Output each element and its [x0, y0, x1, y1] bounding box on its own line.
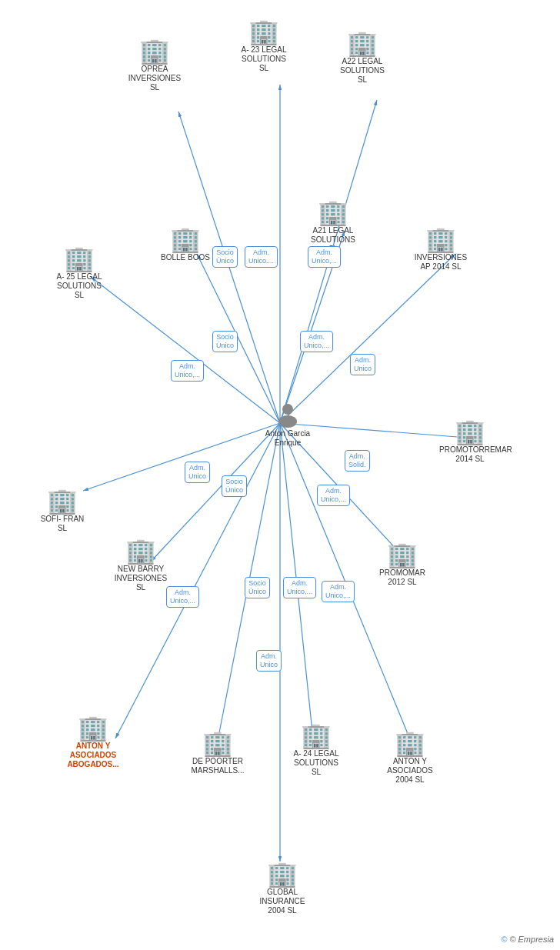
- svg-line-6: [197, 254, 280, 423]
- company-node-sofi_fran[interactable]: 🏢SOFI- FRAN SL: [35, 488, 89, 533]
- role-badge-rb10[interactable]: Socio Único: [222, 475, 247, 497]
- role-badge-rb1[interactable]: Socio Único: [212, 246, 238, 268]
- company-node-oprea[interactable]: 🏢OPREA INVERSIONES SL: [128, 38, 182, 92]
- company-node-new_barry[interactable]: 🏢NEW BARRY INVERSIONES SL: [114, 538, 168, 592]
- building-icon-global_insurance: 🏢: [267, 862, 298, 886]
- company-label-anton_2004: ANTON Y ASOCIADOS 2004 SL: [383, 757, 437, 785]
- company-label-de_poorter: DE POORTER MARSHALLS...: [191, 757, 245, 775]
- company-node-anton_2004[interactable]: 🏢ANTON Y ASOCIADOS 2004 SL: [383, 731, 437, 785]
- company-label-anton_abogados: ANTON Y ASOCIADOS ABOGADOS...: [66, 742, 120, 769]
- role-badge-rb12[interactable]: Socio Único: [245, 577, 270, 598]
- role-badge-rb9[interactable]: Adm. Solid.: [345, 450, 370, 472]
- company-label-a23: A- 23 LEGAL SOLUTIONS SL: [237, 45, 291, 73]
- connections-svg: [0, 0, 560, 950]
- person-icon: [274, 400, 302, 428]
- building-icon-oprea: 🏢: [139, 38, 170, 63]
- company-node-inversiones_ap[interactable]: 🏢INVERSIONES AP 2014 SL: [414, 227, 468, 272]
- role-badge-rb5[interactable]: Adm. Unico: [350, 354, 375, 375]
- role-badge-rb15[interactable]: Adm. Unico,...: [166, 586, 199, 608]
- company-label-a22: A22 LEGAL SOLUTIONS SL: [335, 57, 389, 85]
- role-badge-rb8[interactable]: Adm. Unico: [185, 462, 210, 483]
- role-badge-rb3[interactable]: Adm. Unico,...: [308, 246, 341, 268]
- building-icon-promotorremar: 🏢: [455, 419, 485, 444]
- center-person-label: Anton Garcia Enrique: [257, 429, 318, 448]
- building-icon-a25: 🏢: [64, 246, 95, 271]
- building-icon-anton_abogados: 🏢: [78, 715, 108, 740]
- company-label-promomar: PROMOMAR 2012 SL: [375, 568, 429, 587]
- company-node-a24[interactable]: 🏢A- 24 LEGAL SOLUTIONS SL: [289, 723, 343, 777]
- company-label-inversiones_ap: INVERSIONES AP 2014 SL: [414, 253, 468, 272]
- diagram-container: 🏢OPREA INVERSIONES SL🏢A- 23 LEGAL SOLUTI…: [0, 0, 560, 950]
- company-node-promomar[interactable]: 🏢PROMOMAR 2012 SL: [375, 542, 429, 587]
- role-badge-rb6[interactable]: Socio Único: [212, 331, 238, 352]
- building-icon-de_poorter: 🏢: [202, 731, 233, 755]
- role-badge-rb2[interactable]: Adm. Unico....: [245, 246, 278, 268]
- watermark: © © Empresia: [501, 935, 554, 944]
- role-badge-rb11[interactable]: Adm. Unico,...: [317, 485, 350, 506]
- company-node-anton_abogados[interactable]: 🏢ANTON Y ASOCIADOS ABOGADOS...: [66, 715, 120, 769]
- building-icon-promomar: 🏢: [387, 542, 418, 567]
- building-icon-bolle_boos: 🏢: [170, 227, 201, 252]
- company-node-de_poorter[interactable]: 🏢DE POORTER MARSHALLS...: [191, 731, 245, 775]
- svg-point-18: [278, 415, 297, 428]
- company-node-bolle_boos[interactable]: 🏢BOLLE BOOS: [158, 227, 212, 262]
- building-icon-a22: 🏢: [347, 31, 378, 55]
- role-badge-rb16[interactable]: Adm. Unico: [256, 650, 282, 672]
- company-label-oprea: OPREA INVERSIONES SL: [128, 65, 182, 92]
- building-icon-new_barry: 🏢: [125, 538, 156, 563]
- company-label-a25: A- 25 LEGAL SOLUTIONS SL: [52, 272, 106, 300]
- company-label-promotorremar: PROMOTORREMAR 2014 SL: [439, 445, 501, 464]
- company-node-a23[interactable]: 🏢A- 23 LEGAL SOLUTIONS SL: [237, 19, 291, 73]
- building-icon-sofi_fran: 🏢: [47, 488, 78, 513]
- company-label-sofi_fran: SOFI- FRAN SL: [35, 515, 89, 533]
- role-badge-rb14[interactable]: Adm. Unico,...: [322, 581, 355, 602]
- company-node-a25[interactable]: 🏢A- 25 LEGAL SOLUTIONS SL: [52, 246, 106, 300]
- company-node-a22[interactable]: 🏢A22 LEGAL SOLUTIONS SL: [335, 31, 389, 85]
- svg-point-17: [282, 404, 293, 415]
- company-node-promotorremar[interactable]: 🏢PROMOTORREMAR 2014 SL: [443, 419, 497, 464]
- building-icon-a24: 🏢: [301, 723, 332, 748]
- center-person: Anton Garcia Enrique: [257, 400, 318, 448]
- svg-line-7: [91, 277, 280, 423]
- building-icon-a23: 🏢: [248, 19, 279, 44]
- company-node-global_insurance[interactable]: 🏢GLOBAL INSURANCE 2004 SL: [255, 862, 309, 915]
- role-badge-rb7[interactable]: Adm. Unico,...: [171, 360, 204, 382]
- role-badge-rb4[interactable]: Adm. Unico,...: [300, 331, 333, 352]
- svg-line-9: [83, 423, 280, 491]
- role-badge-rb13[interactable]: Adm. Unico,...: [283, 577, 316, 598]
- building-icon-inversiones_ap: 🏢: [425, 227, 456, 252]
- company-label-bolle_boos: BOLLE BOOS: [161, 253, 210, 262]
- building-icon-anton_2004: 🏢: [395, 731, 425, 755]
- company-label-a24: A- 24 LEGAL SOLUTIONS SL: [289, 749, 343, 777]
- company-label-new_barry: NEW BARRY INVERSIONES SL: [114, 565, 168, 592]
- company-label-global_insurance: GLOBAL INSURANCE 2004 SL: [255, 888, 309, 915]
- building-icon-a21: 🏢: [318, 200, 348, 225]
